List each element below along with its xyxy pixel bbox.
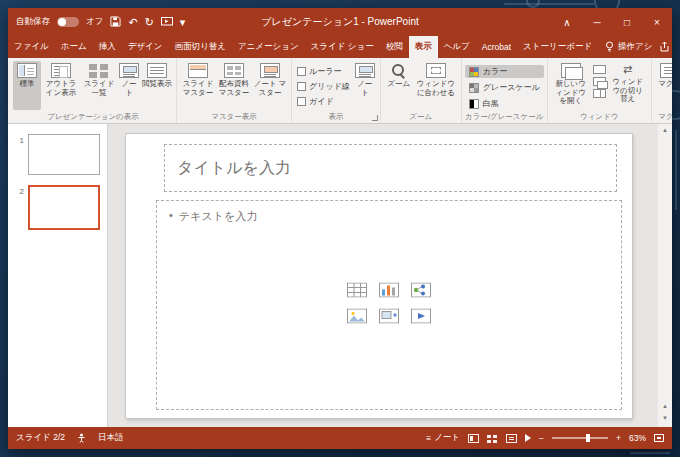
zoom-slider[interactable] <box>552 437 608 439</box>
slide-thumbnail-1[interactable]: 1 <box>8 134 107 175</box>
black-white-icon <box>469 99 479 109</box>
slide-canvas[interactable]: タイトルを入力 • テキストを入力 <box>126 134 632 418</box>
language-indicator[interactable]: 日本語 <box>98 432 124 444</box>
scroll-up-icon[interactable]: ▲ <box>662 127 668 133</box>
ruler-checkbox-row[interactable]: ルーラー <box>297 66 350 77</box>
tab-acrobat[interactable]: Acrobat <box>476 36 517 58</box>
notes-toggle[interactable]: ≡ ノート <box>426 432 460 444</box>
tab-review[interactable]: 校閲 <box>380 36 409 58</box>
slide-sorter-label: スライド一覧 <box>82 80 116 97</box>
fit-to-window-button[interactable]: ウィンドウに合わせる <box>414 61 458 110</box>
reading-view-status-button[interactable] <box>506 434 517 443</box>
slide-thumbnail-panel: 1 2 <box>8 124 108 427</box>
ribbon: 標準 アウトライン表示 スライド一覧 ノート <box>8 58 672 124</box>
zoom-in-button[interactable]: + <box>616 433 621 443</box>
cascade-windows-icon[interactable] <box>593 77 606 86</box>
autosave-state: オフ <box>86 16 103 28</box>
accessibility-icon[interactable] <box>77 433 86 443</box>
vertical-scrollbar[interactable]: ▲ ▲ ▼ <box>658 124 672 427</box>
move-split-icon[interactable] <box>593 89 606 98</box>
gridlines-checkbox[interactable] <box>297 82 306 91</box>
title-placeholder[interactable]: タイトルを入力 <box>164 144 617 192</box>
notes-master-button[interactable]: ノート マスター <box>252 61 288 110</box>
slide-master-button[interactable]: スライド マスター <box>180 61 216 110</box>
zoom-button[interactable]: ズーム <box>384 61 414 110</box>
save-button[interactable] <box>110 13 121 31</box>
tab-help[interactable]: ヘルプ <box>438 36 476 58</box>
next-slide-button[interactable]: ▼ <box>662 415 668 421</box>
tab-insert[interactable]: 挿入 <box>93 36 122 58</box>
macros-button[interactable]: マクロ <box>655 61 672 110</box>
slide-number: 2 <box>16 185 24 196</box>
fit-slide-to-window-button[interactable] <box>654 434 664 442</box>
tab-transitions[interactable]: 画面切り替え <box>169 36 232 58</box>
slide-thumbnail-image[interactable] <box>28 134 100 175</box>
slide-sorter-button[interactable]: スライド一覧 <box>81 61 117 110</box>
share-icon[interactable] <box>659 41 670 54</box>
wallpaper-circuit-line <box>504 3 594 5</box>
autosave-toggle[interactable] <box>57 17 79 27</box>
color-button[interactable]: カラー <box>465 65 544 78</box>
insert-stock-images-icon[interactable] <box>379 309 399 328</box>
maximize-button[interactable]: □ <box>612 8 642 36</box>
black-white-button[interactable]: 白黒 <box>465 97 544 110</box>
notes-toggle-label: ノート <box>434 432 460 444</box>
insert-video-icon[interactable] <box>411 309 431 328</box>
zoom-out-button[interactable]: − <box>539 433 544 443</box>
ribbon-display-options-button[interactable]: ∧ <box>552 8 582 36</box>
title-bar: 自動保存 オフ ↶ ↻ ▾ プレゼンテーション1 - PowerPoint ∧ … <box>8 8 672 36</box>
guides-checkbox[interactable] <box>297 97 306 106</box>
guides-checkbox-row[interactable]: ガイド <box>297 96 350 107</box>
notes-page-label: ノート <box>118 80 140 97</box>
zoom-slider-thumb[interactable] <box>586 434 590 442</box>
grayscale-button[interactable]: グレースケール <box>465 81 544 94</box>
insert-smartart-icon[interactable] <box>411 283 431 302</box>
ruler-checkbox[interactable] <box>297 67 306 76</box>
tab-home[interactable]: ホーム <box>55 36 93 58</box>
slide-indicator: スライド 2/2 <box>16 432 65 444</box>
customize-qat-dropdown-icon[interactable]: ▾ <box>180 17 186 28</box>
arrange-all-icon[interactable] <box>593 65 606 74</box>
tab-file[interactable]: ファイル <box>8 36 55 58</box>
normal-view-icon <box>17 63 37 78</box>
notes-button-label: ノート <box>354 80 376 97</box>
insert-table-icon[interactable] <box>347 283 367 302</box>
slide-thumbnail-2[interactable]: 2 <box>8 185 107 230</box>
switch-windows-button[interactable]: ⇄ ウィンドウの切り替え <box>608 61 648 110</box>
tab-design[interactable]: デザイン <box>122 36 169 58</box>
tab-animations[interactable]: アニメーション <box>232 36 305 58</box>
tell-me-search[interactable]: 操作アシ <box>598 36 659 58</box>
close-button[interactable]: × <box>642 8 672 36</box>
window-controls: ∧ ─ □ × <box>552 8 672 36</box>
slideshow-status-button[interactable] <box>525 434 531 442</box>
previous-slide-button[interactable]: ▲ <box>662 403 668 409</box>
new-window-button[interactable]: 新しいウィンドウを開く <box>551 61 591 110</box>
redo-button[interactable]: ↻ <box>145 17 154 28</box>
insert-pictures-icon[interactable] <box>347 309 367 328</box>
tab-view[interactable]: 表示 <box>409 36 438 58</box>
reading-view-button[interactable]: 閲覧表示 <box>141 61 173 110</box>
slide-sorter-status-button[interactable] <box>487 434 498 443</box>
group-label-color-grayscale: カラー/グレースケール <box>462 112 547 122</box>
minimize-button[interactable]: ─ <box>582 8 612 36</box>
desktop-background: 自動保存 オフ ↶ ↻ ▾ プレゼンテーション1 - PowerPoint ∧ … <box>0 0 680 457</box>
content-placeholder[interactable]: • テキストを入力 <box>156 200 622 410</box>
workspace: 1 2 タイトルを入力 • テキストを入力 <box>8 124 672 427</box>
normal-view-button[interactable]: 標準 <box>13 61 41 110</box>
handout-master-button[interactable]: 配布資料 マスター <box>216 61 252 110</box>
zoom-level[interactable]: 63% <box>629 433 646 443</box>
notes-button[interactable]: ノート <box>353 61 377 110</box>
insert-chart-icon[interactable] <box>379 283 399 302</box>
slide-thumbnail-image[interactable] <box>28 185 100 230</box>
gridlines-checkbox-row[interactable]: グリッド線 <box>297 81 350 92</box>
start-from-beginning-button[interactable] <box>161 13 173 31</box>
tab-storyboard[interactable]: ストーリーボード <box>517 36 598 58</box>
outline-view-button[interactable]: アウトライン表示 <box>41 61 81 110</box>
normal-view-status-button[interactable] <box>468 434 479 443</box>
notes-master-icon <box>260 63 280 78</box>
wallpaper-circuit-line <box>630 452 670 454</box>
tab-slideshow[interactable]: スライド ショー <box>305 36 380 58</box>
notes-page-button[interactable]: ノート <box>117 61 141 110</box>
undo-button[interactable]: ↶ <box>128 17 137 28</box>
reading-view-icon <box>147 63 167 78</box>
